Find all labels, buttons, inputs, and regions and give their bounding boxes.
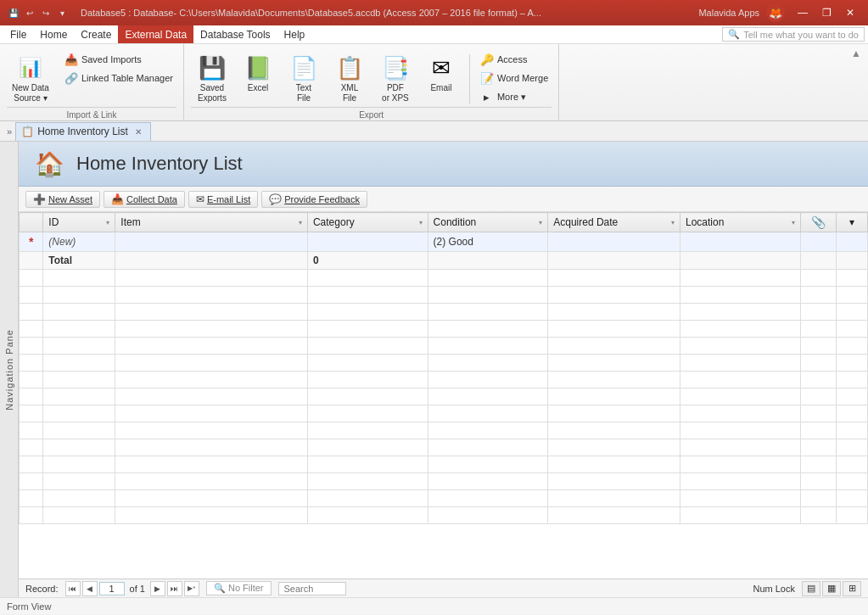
tab-nav-arrow[interactable]: » [3, 125, 15, 138]
more-button[interactable]: ▸ More ▾ [477, 88, 552, 105]
saved-imports-icon: 📥 [64, 53, 78, 66]
header-extra[interactable]: ▾ [837, 213, 868, 232]
more-icon: ▸ [480, 90, 494, 103]
malavida-logo: 🦊 [766, 3, 785, 22]
cell-acquired-new[interactable] [548, 232, 680, 252]
ribbon-collapse-button[interactable]: ▲ [844, 44, 868, 63]
attach-icon: 📎 [811, 215, 826, 229]
cell-id-new[interactable]: (New) [43, 232, 115, 252]
provide-feedback-button[interactable]: 💬 Provide Feedback [261, 191, 367, 208]
minimize-button[interactable]: — [792, 4, 814, 21]
text-file-button[interactable]: 📄 TextFile [283, 51, 325, 107]
collect-data-button[interactable]: 📥 Collect Data [104, 191, 185, 208]
cell-category-new[interactable] [307, 232, 428, 252]
saved-exports-button[interactable]: 💾 SavedExports [191, 51, 233, 107]
table-row-empty [20, 338, 868, 355]
cell-id-total: Total [43, 252, 115, 270]
pdf-xps-button[interactable]: 📑 PDFor XPS [374, 51, 417, 107]
undo-qs-icon[interactable]: ↩ [23, 6, 36, 20]
redo-qs-icon[interactable]: ↪ [39, 6, 53, 20]
header-attach[interactable]: 📎 [800, 213, 836, 232]
navigation-pane[interactable]: Navigation Pane [0, 142, 19, 597]
form-header-title: Home Inventory List [76, 153, 243, 175]
table-row-empty [20, 321, 868, 338]
menu-create[interactable]: Create [74, 25, 118, 43]
xml-file-button[interactable]: 📋 XMLFile [328, 51, 371, 107]
customize-qs-icon[interactable]: ▾ [55, 6, 69, 20]
header-id-label: ID [48, 216, 59, 228]
table-header-row: ID ▾ Item ▾ Category [20, 213, 868, 232]
saved-exports-label: SavedExports [198, 83, 227, 103]
num-lock-label: Num Lock [753, 584, 795, 594]
saved-imports-button[interactable]: 📥 Saved Imports [61, 51, 176, 68]
record-new-button[interactable]: ▶* [184, 581, 199, 596]
linked-table-icon: 🔗 [64, 71, 78, 85]
datasheet-view-icon[interactable]: ▦ [822, 581, 841, 596]
title-bar: 💾 ↩ ↪ ▾ Database5 : Database- C:\Users\M… [0, 0, 868, 25]
header-condition[interactable]: Condition ▾ [428, 213, 548, 232]
row-indicator-total [20, 252, 43, 270]
cell-attach-new[interactable] [800, 232, 836, 252]
xml-file-label: XMLFile [341, 83, 359, 103]
no-filter-button[interactable]: 🔍 No Filter [206, 581, 272, 595]
table-row-empty [20, 473, 868, 490]
cell-item-new[interactable] [115, 232, 308, 252]
cell-condition-new[interactable]: (2) Good [428, 232, 548, 252]
new-asset-icon: ➕ [33, 193, 46, 205]
tab-icon: 📋 [21, 126, 34, 137]
email-list-icon: ✉ [196, 193, 204, 205]
cell-location-new[interactable] [680, 232, 801, 252]
menu-external-data[interactable]: External Data [118, 25, 193, 43]
new-data-source-button[interactable]: 📊 New DataSource ▾ [7, 51, 54, 107]
table-body: * (New) (2) Good Total [20, 232, 868, 524]
header-acquired-arrow: ▾ [671, 219, 675, 226]
cell-extra-new[interactable] [837, 232, 868, 252]
word-merge-button[interactable]: 📝 Word Merge [477, 70, 552, 87]
layout-view-icon[interactable]: ⊞ [843, 581, 861, 596]
search-icon: 🔍 [728, 29, 740, 40]
record-number[interactable]: 1 [99, 582, 125, 595]
excel-button[interactable]: 📗 Excel [237, 51, 279, 97]
menu-help[interactable]: Help [277, 25, 312, 43]
header-acquired-inner: Acquired Date ▾ [553, 216, 675, 228]
table-row[interactable]: * (New) (2) Good [20, 232, 868, 252]
header-category[interactable]: Category ▾ [307, 213, 428, 232]
record-first-button[interactable]: ⏮ [65, 581, 81, 596]
header-item-inner: Item ▾ [120, 216, 302, 228]
menu-file[interactable]: File [3, 25, 33, 43]
cell-extra-total [837, 252, 868, 270]
word-merge-icon: 📝 [480, 71, 494, 85]
status-bar: Record: ⏮ ◀ 1 of 1 ▶ ⏭ ▶* 🔍 No Filter Nu… [19, 579, 868, 597]
new-asset-label: New Asset [48, 194, 92, 204]
home-inventory-tab[interactable]: 📋 Home Inventory List ✕ [15, 122, 151, 141]
menu-database-tools[interactable]: Database Tools [193, 25, 277, 43]
new-asset-button[interactable]: ➕ New Asset [25, 191, 100, 208]
table-row-empty [20, 439, 868, 456]
search-input[interactable] [278, 582, 346, 595]
header-id[interactable]: ID ▾ [43, 213, 115, 232]
email-label: Email [430, 83, 451, 93]
header-acquired[interactable]: Acquired Date ▾ [548, 213, 680, 232]
close-button[interactable]: ✕ [839, 4, 861, 21]
email-list-button[interactable]: ✉ E-mail List [188, 191, 258, 208]
email-button[interactable]: ✉ Email [420, 51, 462, 97]
no-filter-label: No Filter [228, 583, 264, 593]
form-header-icon: 🏠 [32, 148, 66, 179]
record-last-button[interactable]: ⏭ [167, 581, 182, 596]
record-next-button[interactable]: ▶ [150, 581, 165, 596]
linked-table-manager-button[interactable]: 🔗 Linked Table Manager [61, 70, 176, 87]
form-view-icon[interactable]: ▤ [802, 581, 820, 596]
datasheet[interactable]: ID ▾ Item ▾ Category [19, 212, 868, 579]
record-prev-button[interactable]: ◀ [82, 581, 98, 596]
maximize-button[interactable]: ❐ [815, 4, 837, 21]
menu-search-box[interactable]: 🔍 Tell me what you want to do [722, 27, 865, 42]
export-group: 💾 SavedExports 📗 Excel 📄 TextFile 📋 XMLF… [184, 44, 559, 120]
saved-exports-icon: 💾 [199, 54, 226, 81]
header-location[interactable]: Location ▾ [680, 213, 801, 232]
save-qs-icon[interactable]: 💾 [7, 6, 20, 20]
header-item[interactable]: Item ▾ [115, 213, 308, 232]
menu-home[interactable]: Home [33, 25, 74, 43]
tab-close-button[interactable]: ✕ [135, 127, 142, 137]
form-header: 🏠 Home Inventory List [19, 142, 868, 187]
access-button[interactable]: 🔑 Access [477, 51, 552, 68]
